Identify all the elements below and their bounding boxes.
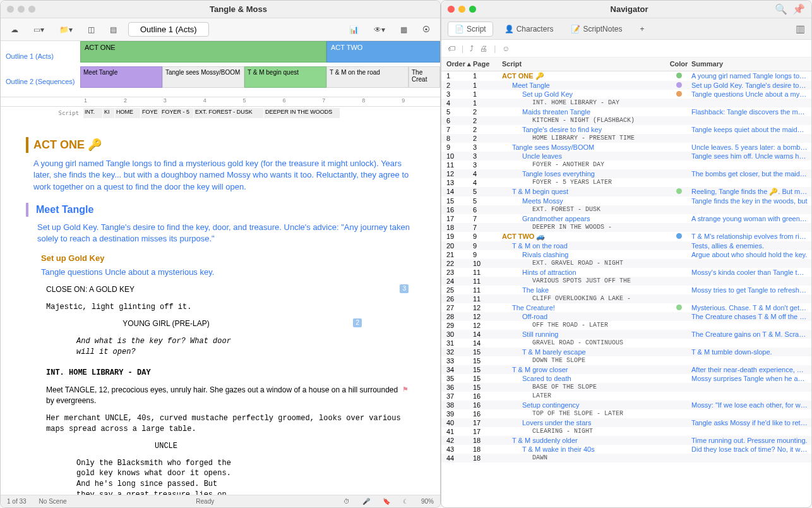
table-row[interactable]: 4017Lovers under the starsTangle asks Mo… [441,418,811,427]
tag-filter-icon[interactable]: 🏷 [448,44,455,53]
table-row[interactable]: 21Meet TangleSet up Gold Key. Tangle's d… [441,81,811,90]
table-row[interactable]: 72Tangle's desire to find keyTangle keep… [441,125,811,134]
seq-block[interactable]: Meet Tangle [80,66,162,88]
scene-chip[interactable]: HOME [115,108,140,118]
scene-chip[interactable]: FOYER - 5 [160,108,193,118]
table-row[interactable]: 3916TOP OF THE SLOPE - LATER [441,409,811,418]
table-row[interactable]: 219Rivals clashingArgue about who should… [441,250,811,259]
minimize-light[interactable] [18,6,25,13]
seq-block[interactable]: The Creat [409,66,440,88]
table-row[interactable]: 2611CLIFF OVERLOOKING A LAKE - [441,294,811,303]
header-page[interactable]: Page [473,60,498,68]
table-row[interactable]: 2812Off-roadThe Creature chases T & M of… [441,312,811,321]
table-row[interactable]: 52Maids threaten TangleFlashback: Tangle… [441,107,811,116]
seq-block[interactable]: T & M begin quest [244,66,326,88]
tag-icon[interactable]: 🔖 [383,498,390,505]
table-row[interactable]: 3515Scared to deathMossy surprises Tangl… [441,374,811,383]
note-badge[interactable]: 2 [353,318,362,327]
seq-block[interactable]: Tangle sees Mossy/BOOM [162,66,244,88]
table-row[interactable]: 11ACT ONE 🔑A young girl named Tangle lon… [441,71,811,81]
timer-icon[interactable]: ⏱ [343,498,350,505]
target-icon[interactable]: ⦿ [419,23,434,36]
outline-selector[interactable]: Outline 1 (Acts) [128,22,209,37]
outline2-label[interactable]: Outline 2 (Sequences) [6,69,75,94]
table-row[interactable]: 4418DAWN [441,454,811,463]
scene-chip[interactable]: FOYE [141,108,160,118]
columns-icon[interactable]: ▥ [796,23,805,35]
table-row[interactable]: 31Set up Gold KeyTangle questions Uncle … [441,90,811,99]
table-row[interactable]: 4218T & M suddenly olderTime running out… [441,436,811,445]
layout-icon[interactable]: ▦ [397,23,411,36]
scene-chip[interactable]: KI [103,108,114,118]
header-script[interactable]: Script [498,60,666,68]
notes-toggle[interactable]: ▤ [106,23,121,36]
table-row[interactable]: 134FOYER - 5 YEARS LATER [441,178,811,187]
table-row[interactable]: 3615BASE OF THE SLOPE [441,383,811,392]
note-badge[interactable]: 3 [400,284,409,293]
header-summary[interactable]: Summary [691,60,811,68]
scene-chip[interactable]: DEEPER IN THE WOODS [264,108,340,118]
table-row[interactable]: 2411VARIOUS SPOTS JUST OFF THE [441,277,811,286]
table-row[interactable]: 166EXT. FOREST - DUSK [441,205,811,214]
table-row[interactable]: 93Tangle sees Mossy/BOOMUncle leaves. 5 … [441,143,811,152]
minimize-light[interactable] [458,6,465,13]
act-block[interactable]: ACT TWO [326,41,440,63]
tab-characters[interactable]: 👤Characters [498,22,560,36]
view-toggle[interactable]: ▭▾ [30,23,48,36]
table-row[interactable]: 62KITCHEN - NIGHT (FLASHBACK) [441,116,811,125]
zoom-light[interactable] [469,6,476,13]
tab-scriptnotes[interactable]: 📝ScriptNotes [564,22,628,36]
table-row[interactable]: 2912OFF THE ROAD - LATER [441,321,811,330]
folder-menu[interactable]: 📁▾ [56,23,76,36]
print-icon[interactable]: 🖨 [480,44,487,53]
night-mode-icon[interactable]: ☾ [403,498,409,505]
seq-block[interactable]: T & M on the road [326,66,409,88]
table-row[interactable]: 3716LATER [441,392,811,401]
table-row[interactable]: 3215T & M barely escapeT & M tumble down… [441,348,811,356]
table-row[interactable]: 103Uncle leavesTangle sees him off. Uncl… [441,152,811,160]
header-order[interactable]: Order ▴ [441,60,473,68]
table-row[interactable]: 82HOME LIBRARY - PRESENT TIME [441,134,811,143]
flag-icon[interactable]: ⚑ [402,385,409,394]
table-row[interactable]: 3816Setup contingencyMossy: "If we lose … [441,401,811,409]
table-row[interactable]: 3315DOWN THE SLOPE [441,356,811,365]
table-row[interactable]: 3114GRAVEL ROAD - CONTINUOUS [441,339,811,348]
stats-icon[interactable]: 📊 [345,23,362,36]
table-row[interactable]: 4117CLEARING - NIGHT [441,427,811,436]
table-row[interactable]: 187DEEPER IN THE WOODS - [441,223,811,232]
split-view-icon[interactable]: ◫ [84,23,99,36]
visibility-menu[interactable]: 👁▾ [370,23,389,36]
mic-icon[interactable]: 🎤 [362,498,370,505]
tab-script[interactable]: 📄Script [448,21,493,37]
act-block[interactable]: ACT ONE [80,41,326,63]
add-tab[interactable]: + [633,22,650,36]
table-row[interactable]: 113FOYER - ANOTHER DAY [441,160,811,169]
table-row[interactable]: 155Meets MossyTangle finds the key in th… [441,197,811,205]
table-row[interactable]: 2511The lakeMossy tries to get Tangle to… [441,286,811,294]
table-row[interactable]: 3014Still runningThe Creature gains on T… [441,330,811,339]
pin-icon[interactable]: 📌 [792,3,805,15]
table-row[interactable]: 124Tangle loses everythingThe bombs get … [441,169,811,178]
table-row[interactable]: 41INT. HOME LIBRARY - DAY [441,99,811,107]
close-light[interactable] [448,6,455,13]
table-row[interactable]: 2712The Creature!Mysterious. Chase. T & … [441,303,811,312]
scene-chip[interactable]: INT. [83,108,102,118]
script-editor[interactable]: ACT ONE 🔑 A young girl named Tangle long… [1,119,440,495]
search-icon[interactable]: 🔍 [775,3,787,15]
header-color[interactable]: Color [666,60,691,68]
scene-chip[interactable]: EXT. FOREST - DUSK [194,108,263,118]
zoom-light[interactable] [28,6,35,13]
table-row[interactable]: 2210EXT. GRAVEL ROAD - NIGHT [441,259,811,268]
table-row[interactable]: 199ACT TWO 🚙T & M's relationship evolves… [441,232,811,241]
table-row[interactable]: 177Grandmother appearsA strange young wo… [441,214,811,223]
cloud-icon[interactable]: ☁ [7,23,22,36]
close-light[interactable] [7,6,14,13]
smiley-icon[interactable]: ☺ [502,44,510,53]
table-row[interactable]: 145T & M begin questReeling, Tangle find… [441,187,811,197]
share-icon[interactable]: ⤴ [470,44,474,53]
table-row[interactable]: 4318T & M wake in their 40sDid they lose… [441,445,811,454]
outline1-label[interactable]: Outline 1 (Acts) [6,44,75,69]
table-row[interactable]: 2311Hints of attractionMossy's kinda coo… [441,268,811,277]
table-row[interactable]: 209T & M on the roadTests, allies & enem… [441,241,811,250]
table-row[interactable]: 3415T & M grow closerAfter their near-de… [441,365,811,374]
